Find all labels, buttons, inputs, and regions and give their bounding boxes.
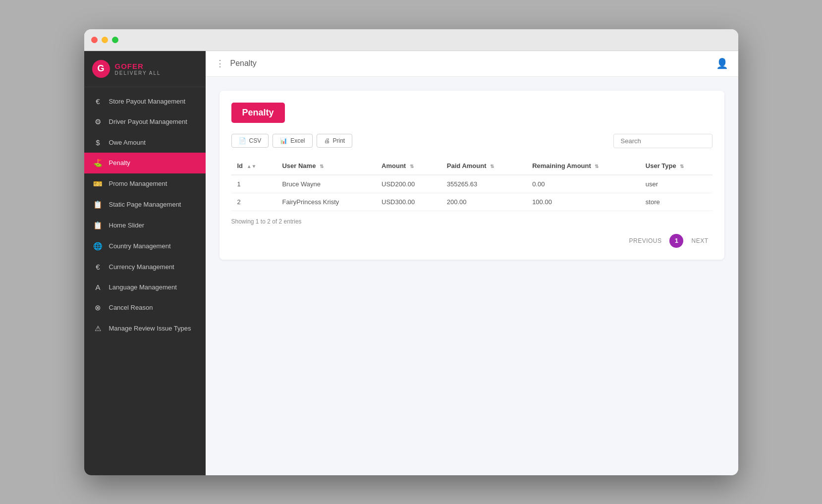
sidebar-item-label: Language Management — [109, 283, 177, 291]
content-area: Penalty 📄 CSV 📊 Excel — [206, 77, 738, 475]
table-row: 1 Bruce Wayne USD200.00 355265.63 0.00 u… — [231, 175, 712, 193]
page-card: Penalty 📄 CSV 📊 Excel — [219, 91, 724, 260]
sort-usertype-icon: ⇅ — [680, 164, 684, 169]
sort-username-icon: ⇅ — [320, 164, 324, 169]
col-remaining-amount: Remaining Amount ⇅ — [526, 157, 640, 175]
sidebar-item-language[interactable]: A Language Management — [84, 277, 206, 297]
sidebar-item-label: Country Management — [109, 242, 171, 250]
csv-button[interactable]: 📄 CSV — [231, 134, 269, 148]
sidebar-item-store-payout[interactable]: € Store Payout Management — [84, 91, 206, 112]
cell-id: 1 — [231, 175, 276, 193]
cell-user-type: store — [640, 193, 712, 211]
sidebar-item-label: Manage Review Issue Types — [109, 325, 191, 332]
sidebar-item-label: Penalty — [109, 159, 130, 167]
logo-brand: GOFER — [115, 62, 161, 70]
sort-id-icon: ▲▼ — [247, 164, 257, 169]
cell-paid-amount: 200.00 — [441, 193, 526, 211]
cell-amount: USD200.00 — [376, 175, 441, 193]
maximize-button[interactable] — [112, 37, 118, 43]
table-row: 2 FairyPrincess Kristy USD300.00 200.00 … — [231, 193, 712, 211]
sidebar-item-label: Store Payout Management — [109, 98, 186, 105]
sidebar-nav: € Store Payout Management⚙ Driver Payout… — [84, 87, 206, 475]
close-button[interactable] — [91, 37, 98, 43]
col-amount: Amount ⇅ — [376, 157, 441, 175]
cell-remaining-amount: 100.00 — [526, 193, 640, 211]
app-window: G GOFER DELIVERY ALL € Store Payout Mana… — [84, 29, 738, 475]
cell-username: FairyPrincess Kristy — [276, 193, 376, 211]
excel-label: Excel — [290, 137, 305, 144]
main-content: ⋮ Penalty 👤 Penalty 📄 CSV — [206, 51, 738, 475]
sidebar-logo: G GOFER DELIVERY ALL — [84, 51, 206, 87]
currency-icon: € — [93, 263, 103, 271]
manage-review-icon: ⚠ — [93, 324, 103, 333]
topbar-title: Penalty — [230, 59, 257, 68]
col-id: Id ▲▼ — [231, 157, 276, 175]
previous-button[interactable]: PREVIOUS — [625, 235, 665, 246]
topbar-left: ⋮ Penalty — [216, 58, 257, 69]
page-1-button[interactable]: 1 — [669, 234, 683, 248]
data-table: Id ▲▼ User Name ⇅ Amount ⇅ Paid Amount ⇅… — [231, 157, 712, 211]
sidebar-item-penalty[interactable]: ⛳ Penalty — [84, 153, 206, 173]
csv-icon: 📄 — [239, 137, 246, 144]
sidebar-item-label: Static Page Management — [109, 201, 181, 208]
sort-paid-icon: ⇅ — [490, 164, 494, 169]
showing-text: Showing 1 to 2 of 2 entries — [231, 218, 712, 225]
sidebar-item-manage-review[interactable]: ⚠ Manage Review Issue Types — [84, 318, 206, 339]
logo-sub: DELIVERY ALL — [115, 70, 161, 76]
pagination: PREVIOUS 1 NEXT — [231, 234, 712, 248]
sidebar-item-label: Currency Management — [109, 263, 174, 271]
sidebar-item-label: Driver Payout Management — [109, 118, 187, 125]
table-header: Id ▲▼ User Name ⇅ Amount ⇅ Paid Amount ⇅… — [231, 157, 712, 175]
sidebar-item-home-slider[interactable]: 📋 Home Slider — [84, 215, 206, 236]
page-heading: Penalty — [231, 103, 285, 123]
sidebar-item-label: Promo Management — [109, 180, 167, 187]
penalty-icon: ⛳ — [93, 159, 103, 168]
cell-id: 2 — [231, 193, 276, 211]
sidebar-item-driver-payout[interactable]: ⚙ Driver Payout Management — [84, 112, 206, 132]
static-page-icon: 📋 — [93, 200, 103, 209]
sidebar-item-currency[interactable]: € Currency Management — [84, 257, 206, 277]
sort-remaining-icon: ⇅ — [595, 164, 599, 169]
menu-icon[interactable]: ⋮ — [216, 58, 224, 69]
logo-icon: G — [92, 60, 110, 78]
promo-icon: 🎫 — [93, 179, 103, 188]
print-icon: 🖨 — [324, 137, 330, 144]
logo-letter: G — [97, 63, 104, 74]
print-button[interactable]: 🖨 Print — [317, 134, 353, 148]
cell-amount: USD300.00 — [376, 193, 441, 211]
csv-label: CSV — [249, 137, 262, 144]
owe-amount-icon: $ — [93, 138, 103, 147]
sidebar-item-country[interactable]: 🌐 Country Management — [84, 236, 206, 257]
col-username: User Name ⇅ — [276, 157, 376, 175]
sort-amount-icon: ⇅ — [410, 164, 414, 169]
sidebar-item-cancel-reason[interactable]: ⊗ Cancel Reason — [84, 297, 206, 318]
print-label: Print — [333, 137, 345, 144]
toolbar: 📄 CSV 📊 Excel 🖨 Print — [231, 134, 712, 148]
col-user-type: User Type ⇅ — [640, 157, 712, 175]
cell-paid-amount: 355265.63 — [441, 175, 526, 193]
sidebar-item-promo[interactable]: 🎫 Promo Management — [84, 173, 206, 194]
app-body: G GOFER DELIVERY ALL € Store Payout Mana… — [84, 51, 738, 475]
search-input[interactable] — [613, 134, 712, 148]
cancel-reason-icon: ⊗ — [93, 303, 103, 312]
minimize-button[interactable] — [102, 37, 108, 43]
sidebar-item-label: Home Slider — [109, 222, 145, 229]
home-slider-icon: 📋 — [93, 221, 103, 230]
sidebar-item-static-page[interactable]: 📋 Static Page Management — [84, 194, 206, 215]
sidebar-item-label: Owe Amount — [109, 139, 146, 146]
next-button[interactable]: NEXT — [687, 235, 712, 246]
driver-payout-icon: ⚙ — [93, 117, 103, 126]
col-paid-amount: Paid Amount ⇅ — [441, 157, 526, 175]
sidebar: G GOFER DELIVERY ALL € Store Payout Mana… — [84, 51, 206, 475]
excel-button[interactable]: 📊 Excel — [273, 134, 312, 148]
cell-username: Bruce Wayne — [276, 175, 376, 193]
table-body: 1 Bruce Wayne USD200.00 355265.63 0.00 u… — [231, 175, 712, 211]
titlebar — [84, 29, 738, 51]
country-icon: 🌐 — [93, 242, 103, 251]
store-payout-icon: € — [93, 97, 103, 106]
cell-remaining-amount: 0.00 — [526, 175, 640, 193]
language-icon: A — [93, 283, 103, 291]
excel-icon: 📊 — [280, 137, 287, 144]
user-icon[interactable]: 👤 — [716, 57, 728, 69]
sidebar-item-owe-amount[interactable]: $ Owe Amount — [84, 132, 206, 153]
